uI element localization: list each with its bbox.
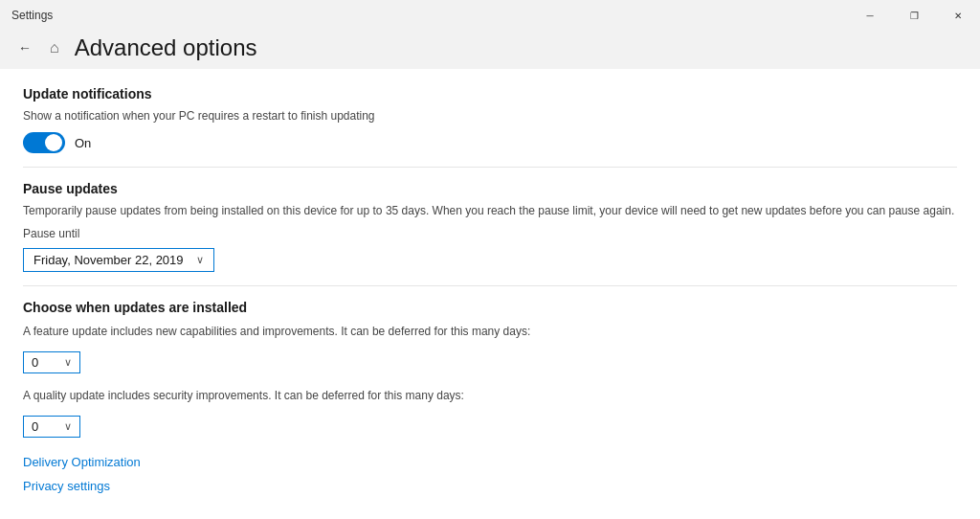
toggle-label: On [75, 136, 91, 150]
pause-dropdown-arrow: ∨ [196, 254, 204, 266]
links-section: Delivery Optimization Privacy settings [23, 455, 957, 493]
pause-until-dropdown[interactable]: Friday, November 22, 2019 ∨ [23, 248, 214, 272]
pause-updates-desc: Temporarily pause updates from being ins… [23, 202, 957, 219]
quality-dropdown-arrow: ∨ [64, 420, 72, 433]
divider-1 [23, 167, 957, 168]
update-notifications-desc: Show a notification when your PC require… [23, 107, 957, 124]
back-button[interactable]: ← [11, 34, 38, 61]
update-notifications-title: Update notifications [23, 86, 957, 102]
quality-update-desc: A quality update includes security impro… [23, 387, 957, 404]
feature-dropdown-arrow: ∨ [64, 356, 72, 369]
titlebar-controls: ─ ❐ ✕ [848, 0, 980, 31]
divider-2 [23, 285, 957, 286]
nav-bar: ← ⌂ Advanced options [0, 31, 980, 69]
pause-until-label: Pause until [23, 227, 957, 240]
close-button[interactable]: ✕ [936, 0, 980, 31]
quality-update-value: 0 [32, 419, 38, 434]
feature-update-dropdown[interactable]: 0 ∨ [23, 351, 80, 373]
update-notifications-toggle[interactable] [23, 132, 65, 153]
pause-until-value: Friday, November 22, 2019 [33, 253, 184, 267]
privacy-settings-link[interactable]: Privacy settings [23, 479, 957, 493]
pause-updates-section: Pause updates Temporarily pause updates … [23, 181, 957, 272]
titlebar: Settings ─ ❐ ✕ [0, 0, 980, 31]
choose-when-section: Choose when updates are installed A feat… [23, 300, 957, 438]
page-title: Advanced options [75, 34, 257, 61]
minimize-button[interactable]: ─ [848, 0, 892, 31]
home-icon: ⌂ [50, 39, 59, 56]
choose-when-title: Choose when updates are installed [23, 300, 957, 315]
quality-update-dropdown[interactable]: 0 ∨ [23, 416, 80, 438]
toggle-knob [45, 134, 62, 151]
titlebar-title: Settings [11, 9, 53, 22]
pause-updates-title: Pause updates [23, 181, 957, 196]
toggle-row: On [23, 132, 957, 153]
feature-update-desc: A feature update includes new capabiliti… [23, 323, 957, 340]
delivery-optimization-link[interactable]: Delivery Optimization [23, 455, 957, 469]
main-content: Update notifications Show a notification… [0, 69, 980, 519]
update-notifications-section: Update notifications Show a notification… [23, 86, 957, 153]
feature-update-value: 0 [32, 355, 38, 370]
restore-button[interactable]: ❐ [892, 0, 936, 31]
titlebar-left: Settings [11, 9, 53, 22]
